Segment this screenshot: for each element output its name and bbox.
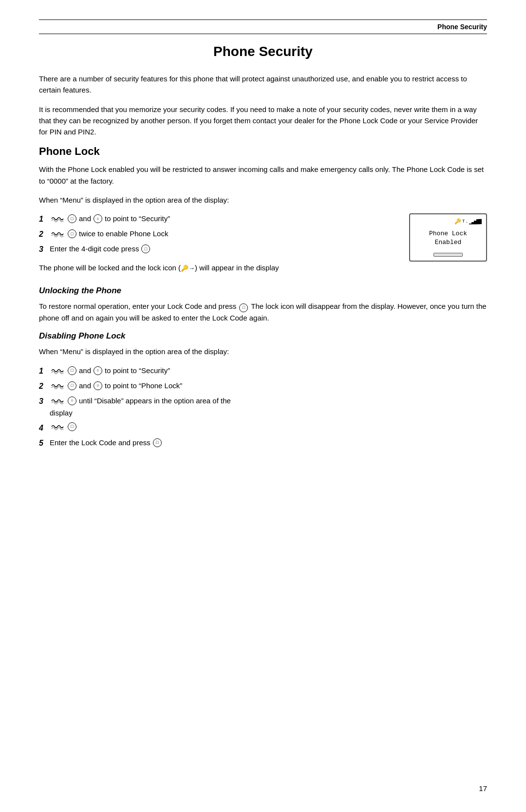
nav-key-icon-1 xyxy=(51,214,64,223)
menu-button-icon-d2: □ xyxy=(68,381,76,390)
nav-circle-icon-d2: ○ xyxy=(94,381,102,390)
phone-lock-heading: Phone Lock xyxy=(39,145,487,158)
disabling-when-menu: When “Menu” is displayed in the option a… xyxy=(39,346,487,357)
disabling-steps: 1 □ and ○ to point to “Security” 2 □ and… xyxy=(39,365,487,449)
intro-paragraph-1: There are a number of security features … xyxy=(39,73,487,96)
step-2: 2 □ twice to enable Phone Lock xyxy=(39,228,399,240)
intro-paragraph-2: It is recommended that you memorize your… xyxy=(39,104,487,138)
menu-button-icon-2: □ xyxy=(68,229,76,238)
menu-button-icon-d4: □ xyxy=(68,422,76,431)
nav-key-icon-d4 xyxy=(51,422,64,431)
nav-circle-icon-d1: ○ xyxy=(94,366,102,375)
page-number: 17 xyxy=(479,784,487,793)
nav-key-icon-d3 xyxy=(51,397,64,405)
phone-display-content: Phone Lock Enabled xyxy=(415,227,481,249)
step-3: 3 Enter the 4-digit code press □ xyxy=(39,244,399,255)
disable-step-3: 3 ○ until “Disable” appears in the optio… xyxy=(39,396,487,419)
nav-key-icon-2 xyxy=(51,229,64,238)
phone-lock-intro: With the Phone Lock enabled you will be … xyxy=(39,164,487,187)
menu-button-icon-1: □ xyxy=(68,214,76,223)
confirm-button-d5: □ xyxy=(153,438,162,447)
phone-display-status: 🔑 T . ▁▃▅▇█ xyxy=(415,218,481,225)
unlocking-text: To restore normal operation, enter your … xyxy=(39,301,487,323)
page-title: Phone Security xyxy=(39,44,487,59)
lock-key-icon: 🔑→ xyxy=(181,264,195,272)
disable-step-5: 5 Enter the Lock Code and press □ xyxy=(39,437,487,449)
menu-button-icon-d1: □ xyxy=(68,366,76,375)
unlocking-heading: Unlocking the Phone xyxy=(39,286,487,296)
page-header: Phone Security xyxy=(39,19,487,34)
phone-display-softkey xyxy=(415,253,481,257)
confirm-button-unlock: □ xyxy=(239,303,248,312)
nav-circle-icon-d3: ○ xyxy=(68,397,76,405)
nav-key-icon-d1 xyxy=(51,366,64,375)
disable-step-2: 2 □ and ○ to point to “Phone Lock” xyxy=(39,380,487,392)
confirm-button-icon-3: □ xyxy=(141,245,150,253)
phone-display-box: 🔑 T . ▁▃▅▇█ Phone Lock Enabled xyxy=(409,213,487,262)
phone-lock-when-menu: When “Menu” is displayed in the option a… xyxy=(39,194,487,206)
disable-step-1: 1 □ and ○ to point to “Security” xyxy=(39,365,487,377)
disabling-heading: Disabling Phone Lock xyxy=(39,331,487,341)
step-1: 1 □ and ○ to point to “Security” xyxy=(39,213,399,225)
nav-key-icon-d2 xyxy=(51,381,64,390)
lock-note: The phone will be locked and the lock ic… xyxy=(39,262,487,273)
nav-circle-icon-1: ○ xyxy=(94,214,102,223)
header-title: Phone Security xyxy=(437,23,487,31)
disable-step-4: 4 □ xyxy=(39,422,487,434)
